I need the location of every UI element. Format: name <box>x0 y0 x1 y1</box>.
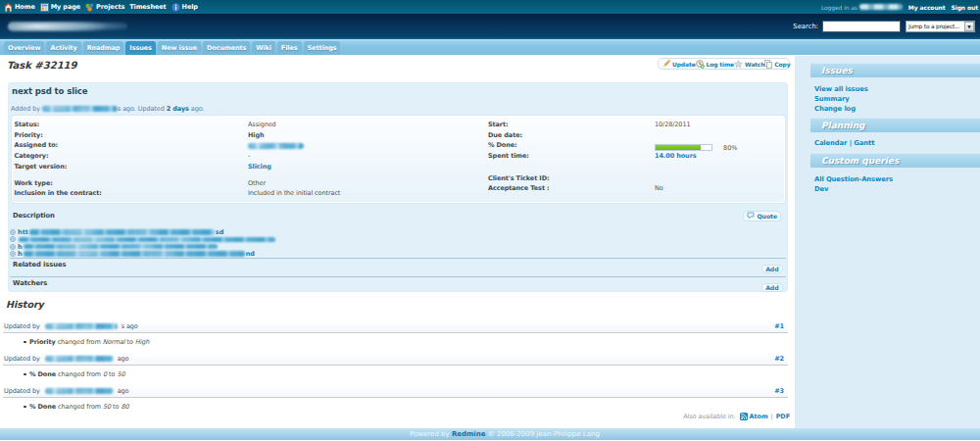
attr-label-priority: Priority: <box>15 131 43 140</box>
search-label: Search: <box>793 23 818 30</box>
select-arrow-icon: ▼ <box>964 22 974 31</box>
globe-icon <box>10 244 16 250</box>
sign-out-link[interactable]: Sign out <box>952 4 979 11</box>
journal-number-link[interactable]: #1 <box>774 320 784 333</box>
sidebar: Issues View all issues Summary Change lo… <box>795 56 980 428</box>
journal-header: Updated by ago #2 <box>3 353 788 366</box>
menu-item-home[interactable]: Home <box>4 3 35 12</box>
sidebar-link-view-all-issues[interactable]: View all issues <box>814 85 868 93</box>
attr-value-target-version[interactable]: Slicing <box>248 163 271 172</box>
redmine-link[interactable]: Redmine <box>452 430 486 438</box>
globe-icon <box>10 251 16 257</box>
tab-activity[interactable]: Activity <box>46 41 80 55</box>
change-mid2: to <box>109 370 115 378</box>
quote-button[interactable]: Quote <box>743 211 781 221</box>
update-button[interactable]: Update <box>662 60 696 68</box>
project-jump-select[interactable]: Jump to a project... ▼ <box>906 21 975 32</box>
journal-number-link[interactable]: #2 <box>774 353 784 366</box>
sidebar-link-gantt[interactable]: Gantt <box>854 139 874 147</box>
journal-header: Updated by ago #3 <box>3 385 788 398</box>
journal-number-link[interactable]: #3 <box>774 385 784 398</box>
change-mid: changed from <box>58 370 101 378</box>
sidebar-custom-query-links: All Question-Answers Dev <box>814 175 893 194</box>
sidebar-link-change-log[interactable]: Change log <box>814 105 856 113</box>
related-issues-add-button[interactable]: Add <box>761 265 783 273</box>
updated-by-label: Updated by <box>4 355 40 363</box>
menu-item-help[interactable]: Help <box>172 3 198 12</box>
description-heading: Description <box>13 212 55 220</box>
sidebar-link-all-question-answers[interactable]: All Question-Answers <box>814 175 893 183</box>
project-tabs: Overview Activity Roadmap Issues New iss… <box>4 41 342 55</box>
tab-documents[interactable]: Documents <box>203 41 250 55</box>
watchers-add-button[interactable]: Add <box>761 283 783 292</box>
attr-value-status: Assigned <box>248 121 276 129</box>
sidebar-issues-links: View all issues Summary Change log <box>814 84 868 114</box>
menu-item-label: Home <box>15 3 35 11</box>
tab-settings[interactable]: Settings <box>304 41 341 55</box>
sidebar-planning-links: Calendar | Gantt <box>814 138 874 148</box>
attr-label-client-ticket-id: Client's Ticket ID: <box>488 174 549 183</box>
description-link[interactable]: h <box>10 243 219 250</box>
change-field: Priority <box>29 338 56 346</box>
issue-subject: next psd to slice <box>12 86 87 96</box>
menu-item-timesheet[interactable]: Timesheet <box>129 3 166 11</box>
link-censored <box>24 251 245 257</box>
tab-wiki[interactable]: Wiki <box>252 41 275 55</box>
change-mid2: to <box>127 338 133 346</box>
sidebar-heading-planning: Planning <box>810 118 980 132</box>
main-header: Search: Jump to a project... ▼ <box>0 14 980 39</box>
menu-item-label: Help <box>182 3 198 11</box>
my-account-link[interactable]: My account <box>908 4 946 11</box>
pdf-link[interactable]: PDF <box>776 413 790 420</box>
change-to: 80 <box>121 403 128 411</box>
description-link[interactable]: h nd <box>10 250 255 257</box>
other-formats: Also available in: Atom | PDF <box>683 413 790 420</box>
tab-new-issue[interactable]: New issue <box>158 41 201 55</box>
updated-ago: ago <box>118 387 129 395</box>
menu-item-projects[interactable]: Projects <box>85 3 124 12</box>
tab-roadmap[interactable]: Roadmap <box>83 41 124 55</box>
tab-files[interactable]: Files <box>277 41 302 55</box>
copy-label: Copy <box>774 61 790 68</box>
sidebar-heading-custom-queries: Custom queries <box>810 153 980 168</box>
updated-ago-link[interactable]: 2 days <box>167 105 189 113</box>
progress-fill <box>656 145 701 150</box>
change-mid2: to <box>113 403 119 411</box>
related-issues-heading: Related issues <box>13 261 66 269</box>
sidebar-link-dev[interactable]: Dev <box>814 185 828 193</box>
star-icon <box>734 60 743 69</box>
attr-value-spent-time[interactable]: 14.00 hours <box>655 152 697 161</box>
watch-button[interactable]: Watch <box>734 60 764 69</box>
author-censored <box>42 106 118 112</box>
updated-ago: s ago <box>122 322 138 330</box>
attr-label-inclusion: Inclusion in the contract: <box>15 189 102 198</box>
search-input[interactable] <box>822 21 901 32</box>
description-link[interactable]: htt sd <box>10 229 223 236</box>
page-title: Task #32119 <box>7 60 77 71</box>
sidebar-link-calendar[interactable]: Calendar <box>814 139 847 147</box>
menu-item-my-page[interactable]: My page <box>40 3 80 12</box>
tab-overview[interactable]: Overview <box>4 41 44 55</box>
sidebar-heading-issues: Issues <box>810 63 980 77</box>
copyright-label: © 2006-2009 Jean-Philippe Lang <box>488 430 600 438</box>
logged-in-as-label: Logged in as <box>821 4 858 11</box>
attr-label-target-version: Target version: <box>15 163 68 172</box>
menu-item-label: Projects <box>96 3 124 11</box>
sidebar-link-summary[interactable]: Summary <box>814 95 850 103</box>
section-divider <box>10 258 786 259</box>
log-time-button[interactable]: Log time <box>696 60 734 69</box>
atom-link[interactable]: Atom <box>750 413 768 420</box>
globe-icon <box>10 236 16 242</box>
project-logo-censored <box>8 22 127 31</box>
attr-label-spent-time: Spent time: <box>488 152 529 161</box>
journal-entry: Updated by ago #3 % Done changed from 50… <box>3 385 788 411</box>
journal-entry: Updated by ago #2 % Done changed from 0 … <box>3 353 788 378</box>
projects-icon <box>85 3 94 12</box>
change-to: 50 <box>117 370 124 378</box>
description-link[interactable] <box>10 236 276 243</box>
copy-button[interactable]: Copy <box>764 60 790 69</box>
sidebar-links-separator: | <box>850 139 852 147</box>
issue-attributes-panel: Status: Assigned Priority: High Assigned… <box>12 116 785 203</box>
tab-issues[interactable]: Issues <box>125 41 155 55</box>
attr-label-assigned-to: Assigned to: <box>15 141 59 150</box>
